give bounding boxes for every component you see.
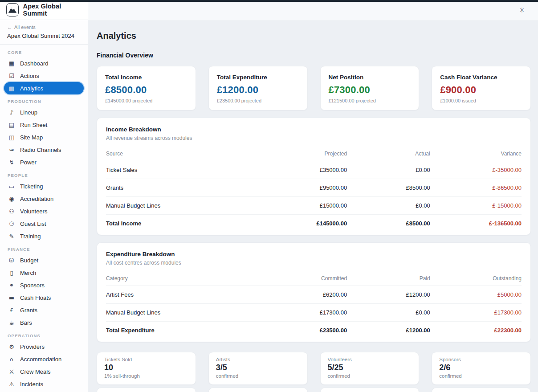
clipped-card bbox=[97, 388, 196, 392]
mountain-logo-icon bbox=[6, 3, 19, 16]
document-pound-icon: £ bbox=[8, 307, 15, 314]
kpi-value: 3/5 bbox=[216, 363, 300, 372]
clipped-card bbox=[432, 388, 531, 392]
sidebar-item-label: Providers bbox=[20, 343, 45, 350]
sidebar-item-label: Accommodation bbox=[20, 356, 61, 363]
sidebar-item-label: Guest List bbox=[20, 220, 46, 227]
sidebar-item-label: Run Sheet bbox=[20, 122, 47, 128]
cash-float-variance-card: Cash Float Variance £900.00 £1000.00 iss… bbox=[432, 66, 531, 110]
total-income-card: Total Income £8500.00 £145000.00 project… bbox=[97, 66, 196, 110]
kpi-label: Volunteers bbox=[328, 357, 412, 362]
kpi-value: 2/6 bbox=[439, 363, 523, 372]
cell-committed: £6200.00 bbox=[264, 286, 347, 304]
sidebar-item-label: Lineup bbox=[20, 109, 37, 116]
sidebar-item-budget[interactable]: ⛁ Budget bbox=[4, 254, 84, 266]
kpi-subtext: 1% sell-through bbox=[104, 373, 188, 379]
sidebar-item-incidents[interactable]: ⚠ Incidents bbox=[4, 378, 84, 390]
sidebar-item-power[interactable]: ↯ Power bbox=[4, 156, 84, 168]
row-label: Manual Budget Lines bbox=[106, 197, 264, 215]
stat-value: £1200.00 bbox=[217, 84, 299, 96]
main-area: ✳ Analytics Financial Overview Total Inc… bbox=[88, 0, 538, 392]
lightning-icon: ↯ bbox=[8, 159, 15, 166]
sidebar-item-lineup[interactable]: ♪ Lineup bbox=[4, 106, 84, 118]
sidebar-item-label: Site Map bbox=[20, 134, 43, 141]
row-label: Grants bbox=[106, 179, 264, 197]
headset-icon: ♒ bbox=[8, 147, 15, 153]
window-top-edge bbox=[0, 0, 538, 2]
col-category: Category bbox=[106, 271, 264, 286]
volunteers-card: Volunteers 5/25 confirmed bbox=[320, 352, 420, 385]
people-icon: ⚇ bbox=[8, 208, 15, 215]
artists-card: Artists 3/5 confirmed bbox=[208, 352, 308, 385]
stat-subtext: £23500.00 projected bbox=[217, 98, 299, 103]
dashboard-grid-icon: ▦ bbox=[8, 60, 15, 67]
back-label: All events bbox=[14, 24, 36, 30]
sidebar-item-merch[interactable]: ▯ Merch bbox=[4, 266, 84, 279]
stat-value: £8500.00 bbox=[105, 84, 187, 96]
expenditure-total-row: Total Expenditure £23500.00 £1200.00 £22… bbox=[106, 322, 522, 339]
nav-section-people: PEOPLE bbox=[4, 168, 84, 180]
sidebar-item-accommodation[interactable]: ⌂ Accommodation bbox=[4, 353, 84, 365]
cell-actual: £8500.00 bbox=[347, 215, 430, 233]
credit-card-icon: ▬ bbox=[8, 294, 15, 301]
sidebar-item-training[interactable]: ✎ Training bbox=[4, 230, 84, 242]
sidebar-item-volunteers[interactable]: ⚇ Volunteers bbox=[4, 205, 84, 217]
sidebar-item-run-sheet[interactable]: ▤ Run Sheet bbox=[4, 118, 84, 131]
kpi-label: Tickets Sold bbox=[104, 357, 188, 362]
sidebar-item-label: Actions bbox=[20, 73, 39, 79]
stat-subtext: £145000.00 projected bbox=[105, 98, 187, 103]
sidebar-item-sponsors[interactable]: ⚭ Sponsors bbox=[4, 279, 84, 291]
expenditure-table-header: Category Committed Paid Outstanding bbox=[106, 271, 522, 286]
expenditure-breakdown-panel: Expenditure Breakdown All cost centres a… bbox=[97, 242, 531, 342]
sidebar-item-label: Analytics bbox=[20, 85, 43, 92]
kpi-value: 5/25 bbox=[328, 363, 412, 372]
brand-name: Apex Global Summit bbox=[23, 3, 82, 17]
analytics-content: Analytics Financial Overview Total Incom… bbox=[88, 21, 538, 392]
checkbox-icon: ☑ bbox=[8, 73, 15, 79]
cell-variance: £-86500.00 bbox=[430, 179, 522, 197]
sidebar-item-providers[interactable]: ⚙ Providers bbox=[4, 340, 84, 353]
cell-variance: £-35000.00 bbox=[430, 161, 522, 179]
stat-value: £900.00 bbox=[440, 84, 522, 96]
sidebar-nav: CORE ▦ Dashboard ☑ Actions ▥ Analytics P… bbox=[0, 45, 88, 392]
sidebar-item-label: Training bbox=[20, 233, 41, 240]
event-name[interactable]: Apex Global Summit 2024 bbox=[7, 33, 81, 39]
sidebar-item-dashboard[interactable]: ▦ Dashboard bbox=[4, 57, 84, 69]
cell-actual: £8500.00 bbox=[347, 179, 430, 197]
income-total-row: Total Income £145000.00 £8500.00 £-13650… bbox=[106, 215, 522, 233]
person-check-icon: ⚆ bbox=[8, 220, 15, 227]
sidebar-item-label: Sponsors bbox=[20, 282, 45, 289]
row-label: Artist Fees bbox=[106, 286, 264, 304]
sidebar-item-label: Ticketing bbox=[20, 183, 43, 190]
stat-title: Total Expenditure bbox=[217, 74, 299, 81]
cell-committed: £23500.00 bbox=[264, 322, 347, 339]
sidebar-item-actions[interactable]: ☑ Actions bbox=[4, 69, 84, 82]
kpi-value: 10 bbox=[104, 363, 188, 372]
sidebar-item-crew-meals[interactable]: ⚔ Crew Meals bbox=[4, 365, 84, 378]
sidebar-item-analytics[interactable]: ▥ Analytics bbox=[4, 82, 84, 94]
sidebar-item-label: Radio Channels bbox=[20, 147, 61, 153]
sidebar-item-cash-floats[interactable]: ▬ Cash Floats bbox=[4, 291, 84, 304]
piggy-bank-icon: ⛁ bbox=[8, 257, 15, 264]
stat-value: £7300.00 bbox=[329, 84, 411, 96]
sidebar-item-grants[interactable]: £ Grants bbox=[4, 304, 84, 316]
income-breakdown-panel: Income Breakdown All revenue streams acr… bbox=[97, 118, 531, 235]
all-events-back-link[interactable]: ← All events bbox=[7, 24, 81, 30]
sparkle-asterisk-icon[interactable]: ✳ bbox=[519, 6, 525, 14]
sidebar-item-guest-list[interactable]: ⚆ Guest List bbox=[4, 217, 84, 230]
sidebar-item-radio-channels[interactable]: ♒ Radio Channels bbox=[4, 143, 84, 156]
income-table: Source Projected Actual Variance Ticket … bbox=[106, 147, 522, 232]
income-breakdown-title: Income Breakdown bbox=[106, 126, 522, 133]
cell-projected: £145000.00 bbox=[264, 215, 347, 233]
nav-section-operations: OPERATIONS bbox=[4, 329, 84, 340]
sidebar-item-accreditation[interactable]: ◉ Accreditation bbox=[4, 192, 84, 205]
sidebar-item-bars[interactable]: ☕ Bars bbox=[4, 316, 84, 329]
warning-triangle-icon: ⚠ bbox=[8, 381, 15, 388]
stat-subtext: £121500.00 projected bbox=[329, 98, 411, 103]
total-expenditure-card: Total Expenditure £1200.00 £23500.00 pro… bbox=[208, 66, 308, 110]
cell-committed: £17300.00 bbox=[264, 304, 347, 322]
tickets-sold-card: Tickets Sold 10 1% sell-through bbox=[97, 352, 196, 385]
sidebar-item-ticketing[interactable]: ▭ Ticketing bbox=[4, 180, 84, 192]
sidebar-item-label: Incidents bbox=[20, 381, 43, 388]
sidebar-item-site-map[interactable]: ◫ Site Map bbox=[4, 131, 84, 143]
